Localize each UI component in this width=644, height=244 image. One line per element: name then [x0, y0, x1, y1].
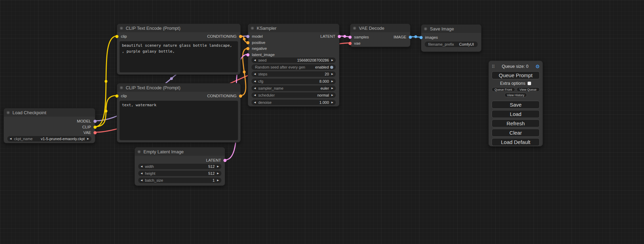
node-ksampler[interactable]: KSampler model positive negative latent_… [248, 24, 339, 107]
node-vae-decode[interactable]: VAE Decode samples vae IMAGE [350, 24, 411, 47]
arrow-left-icon[interactable]: ◀ [254, 85, 256, 91]
node-header[interactable]: Load Checkpoint [4, 108, 95, 117]
widget-batch-size[interactable]: ◀ batch_size 1 ▶ [138, 178, 221, 183]
widget-width[interactable]: ◀ width 512 ▶ [138, 164, 221, 169]
port-label: negative [252, 46, 267, 51]
node-header[interactable]: Save Image [421, 25, 481, 33]
widget-label: scheduler [258, 93, 275, 97]
extra-options-row: Extra options [492, 80, 540, 87]
latent-port-dot-icon[interactable] [338, 35, 341, 38]
node-header[interactable]: KSampler [248, 24, 339, 32]
port-label: CONDITIONING [207, 93, 237, 98]
collapse-toggle-icon[interactable] [353, 27, 356, 30]
port-label: CONDITIONING [207, 34, 237, 39]
node-header[interactable]: VAE Decode [350, 24, 410, 32]
port-label: VAE [83, 130, 91, 135]
arrow-left-icon[interactable]: ◀ [254, 57, 256, 63]
widget-steps[interactable]: ◀ steps 20 ▶ [252, 71, 336, 77]
latent-port-dot-icon[interactable] [223, 159, 227, 162]
widget-scheduler[interactable]: ◀ scheduler normal ▶ [252, 92, 336, 98]
link-midpoint-dot [105, 110, 107, 112]
arrow-right-icon[interactable]: ▶ [217, 164, 219, 169]
node-save-image[interactable]: Save Image images filename_prefix ComfyU… [421, 24, 482, 52]
arrow-left-icon[interactable]: ◀ [254, 71, 256, 77]
collapse-toggle-icon[interactable] [7, 111, 10, 114]
arrow-left-icon[interactable]: ◀ [141, 164, 142, 169]
save-button[interactable]: Save [492, 101, 540, 109]
widget-value: 1.000 [319, 100, 329, 105]
extra-options-checkbox[interactable] [528, 82, 531, 85]
node-clip-text-encode-positive[interactable]: CLIP Text Encode (Prompt) clip CONDITION… [117, 24, 241, 75]
widget-seed[interactable]: ◀ seed 156680208700286 ▶ [252, 57, 336, 63]
widget-ckpt-name[interactable]: ◀ ckpt_name v1-5-pruned-emaonly.ckpt ▶ [7, 136, 91, 142]
conditioning-port-dot-icon[interactable] [239, 35, 242, 38]
conditioning-port-dot-icon[interactable] [239, 94, 242, 98]
vae-port-dot-icon[interactable] [94, 131, 97, 134]
widget-cfg[interactable]: ◀ cfg 8.000 ▶ [252, 79, 336, 84]
collapse-toggle-icon[interactable] [120, 86, 123, 89]
node-header[interactable]: CLIP Text Encode (Prompt) [117, 83, 240, 92]
node-clip-text-encode-negative[interactable]: CLIP Text Encode (Prompt) clip CONDITION… [117, 83, 241, 143]
arrow-left-icon[interactable]: ◀ [254, 100, 256, 105]
refresh-button[interactable]: Refresh [492, 119, 540, 127]
load-button[interactable]: Load [492, 110, 540, 118]
arrow-right-icon[interactable]: ▶ [332, 100, 333, 105]
arrow-right-icon[interactable]: ▶ [332, 57, 333, 63]
arrow-left-icon[interactable]: ◀ [10, 136, 11, 142]
image-port-dot-icon[interactable] [420, 36, 423, 39]
negative-prompt-textarea[interactable]: text, watermark [120, 101, 238, 140]
widget-denoise[interactable]: ◀ denoise 1.000 ▶ [252, 100, 336, 105]
input-port-positive: positive [248, 40, 339, 45]
output-port-conditioning: CONDITIONING [117, 34, 240, 39]
arrow-left-icon[interactable]: ◀ [254, 79, 256, 84]
arrow-left-icon[interactable]: ◀ [141, 171, 142, 176]
latent-port-dot-icon[interactable] [246, 53, 249, 56]
arrow-right-icon[interactable]: ▶ [87, 136, 89, 142]
queue-front-button[interactable]: Queue Front [492, 87, 515, 92]
arrow-right-icon[interactable]: ▶ [332, 92, 333, 98]
queue-prompt-button[interactable]: Queue Prompt [492, 71, 540, 79]
arrow-right-icon[interactable]: ▶ [332, 79, 333, 84]
collapse-toggle-icon[interactable] [251, 27, 254, 30]
history-button-row: View History [492, 93, 540, 97]
drag-handle-icon[interactable]: ⠿ [492, 64, 495, 69]
extra-options-label: Extra options [500, 81, 526, 86]
settings-gear-icon[interactable]: ⚙ [535, 64, 540, 69]
conditioning-port-dot-icon[interactable] [246, 47, 249, 50]
node-header[interactable]: Empty Latent Image [135, 147, 225, 156]
output-port-clip: CLIP [4, 125, 95, 129]
toggle-dot-icon[interactable] [330, 66, 333, 69]
arrow-left-icon[interactable]: ◀ [141, 178, 142, 183]
view-queue-button[interactable]: View Queue [517, 87, 540, 92]
view-history-button[interactable]: View History [504, 93, 527, 97]
widget-filename-prefix[interactable]: filename_prefix ComfyUI [425, 42, 478, 47]
collapse-toggle-icon[interactable] [120, 27, 123, 30]
node-load-checkpoint[interactable]: Load Checkpoint MODEL CLIP VAE ◀ ckpt_na… [3, 108, 95, 143]
arrow-left-icon[interactable]: ◀ [254, 92, 256, 98]
positive-prompt-textarea[interactable]: beautiful scenery nature glass bottle la… [120, 41, 238, 72]
node-graph-canvas[interactable]: Load Checkpoint MODEL CLIP VAE ◀ ckpt_na… [0, 0, 644, 244]
widget-label: ckpt_name [14, 137, 33, 141]
input-port-images: images [421, 35, 481, 40]
node-empty-latent-image[interactable]: Empty Latent Image LATENT ◀ width 512 ▶ … [134, 147, 225, 186]
widget-label: cfg [258, 79, 263, 83]
node-header[interactable]: CLIP Text Encode (Prompt) [117, 24, 240, 32]
clear-button[interactable]: Clear [492, 129, 540, 137]
widget-value: ComfyUI [459, 42, 474, 46]
image-port-dot-icon[interactable] [409, 36, 412, 39]
widget-sampler-name[interactable]: ◀ sampler_name euler ▶ [252, 85, 336, 91]
arrow-right-icon[interactable]: ▶ [217, 171, 219, 176]
arrow-right-icon[interactable]: ▶ [332, 85, 333, 91]
arrow-right-icon[interactable]: ▶ [332, 71, 333, 77]
load-default-button[interactable]: Load Default [492, 138, 540, 146]
collapse-toggle-icon[interactable] [138, 150, 141, 153]
vae-port-dot-icon[interactable] [349, 42, 352, 45]
widget-random-seed-toggle[interactable]: Random seed after every gen enabled [252, 64, 336, 70]
clip-port-dot-icon[interactable] [94, 126, 97, 129]
widget-label: steps [258, 72, 267, 76]
widget-height[interactable]: ◀ height 512 ▶ [138, 171, 221, 176]
model-port-dot-icon[interactable] [94, 120, 97, 123]
conditioning-port-dot-icon[interactable] [246, 41, 249, 44]
collapse-toggle-icon[interactable] [424, 27, 427, 30]
arrow-right-icon[interactable]: ▶ [217, 178, 219, 183]
